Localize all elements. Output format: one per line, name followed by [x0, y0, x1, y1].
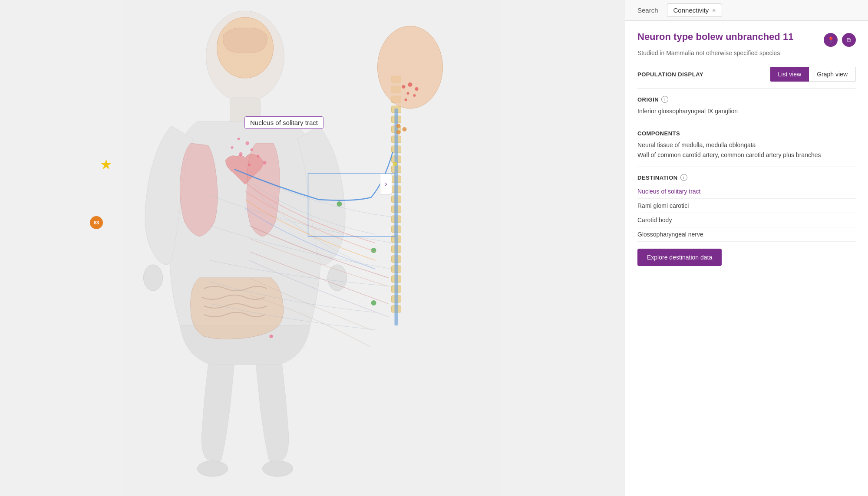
location-button[interactable]: 📍	[824, 33, 838, 47]
expand-panel-button[interactable]: ›	[380, 174, 392, 194]
anatomy-panel: Nucleus of solitary tract ★ 83 ›	[0, 0, 625, 496]
copy-button[interactable]: ⧉	[842, 33, 856, 47]
divider-3	[637, 167, 856, 167]
svg-point-48	[248, 164, 251, 166]
tab-connectivity[interactable]: Connectivity ×	[667, 3, 723, 17]
explore-destination-button[interactable]: Explore destination data	[637, 249, 722, 266]
svg-point-34	[402, 85, 406, 89]
star-marker: ★	[100, 156, 112, 173]
divider-1	[637, 89, 856, 89]
svg-point-46	[257, 155, 260, 158]
svg-point-42	[371, 300, 376, 305]
svg-point-3	[198, 461, 228, 476]
right-panel: Search Connectivity × Neuron type bolew …	[625, 0, 868, 496]
svg-point-35	[408, 82, 413, 87]
svg-point-33	[378, 26, 443, 108]
tabs-bar: Search Connectivity ×	[625, 0, 868, 21]
origin-value: Inferior glossopharyngeal IX ganglion	[637, 106, 856, 116]
destination-list: Nucleus of solitary tract Rami glomi car…	[637, 184, 856, 242]
destination-item-rami: Rami glomi carotici	[637, 199, 856, 213]
components-value-2: Wall of common carotid artery, common ca…	[637, 150, 856, 160]
destination-item-glosso: Glossopharyngeal nerve	[637, 227, 856, 242]
header-icons: 📍 ⧉	[824, 33, 856, 47]
origin-label: ORIGIN	[637, 96, 659, 103]
svg-point-55	[393, 162, 397, 166]
destination-item-nucleus: Nucleus of solitary tract	[637, 184, 856, 199]
origin-info-icon[interactable]: i	[661, 96, 668, 103]
species-text: Studied in Mammalia not otherwise specif…	[637, 49, 856, 56]
graph-view-button[interactable]: Graph view	[809, 67, 856, 82]
svg-point-49	[231, 146, 234, 149]
svg-point-37	[407, 92, 409, 95]
svg-point-5	[144, 265, 163, 291]
divider-2	[637, 123, 856, 123]
svg-point-43	[246, 141, 249, 145]
svg-point-39	[405, 99, 407, 101]
components-label: COMPONENTS	[637, 130, 680, 137]
svg-point-56	[270, 335, 273, 338]
svg-point-4	[263, 461, 293, 476]
count-badge: 83	[90, 216, 103, 229]
svg-point-44	[251, 148, 253, 151]
origin-section-header: ORIGIN i	[637, 96, 856, 103]
destination-info-icon[interactable]: i	[680, 174, 687, 181]
tab-close-button[interactable]: ×	[712, 7, 716, 14]
population-display-label: POPULATION DISPLAY	[637, 71, 703, 78]
svg-point-52	[396, 124, 401, 128]
list-view-button[interactable]: List view	[770, 67, 809, 82]
panel-content: Neuron type bolew unbranched 11 📍 ⧉ Stud…	[625, 21, 868, 496]
svg-point-6	[328, 265, 347, 291]
svg-point-47	[263, 161, 267, 164]
destination-section-header: DESTINATION i	[637, 174, 856, 181]
svg-point-53	[396, 130, 401, 135]
destination-label: DESTINATION	[637, 174, 678, 181]
neuron-title: Neuron type bolew unbranched 11	[637, 31, 824, 43]
view-buttons: List view Graph view	[770, 67, 856, 82]
tab-search[interactable]: Search	[632, 3, 663, 17]
components-value-1: Neural tissue of medulla, medulla oblong…	[637, 140, 856, 150]
panel-header: Neuron type bolew unbranched 11 📍 ⧉	[637, 31, 856, 47]
svg-point-40	[337, 201, 342, 207]
svg-point-54	[403, 127, 407, 131]
components-section-header: COMPONENTS	[637, 130, 856, 137]
tract-label: Nucleus of solitary tract	[244, 116, 323, 129]
destination-item-carotid: Carotid body	[637, 213, 856, 227]
svg-point-38	[413, 94, 416, 97]
svg-point-50	[238, 138, 240, 140]
svg-point-45	[239, 152, 243, 156]
connectivity-tab-label: Connectivity	[673, 7, 709, 14]
population-section: POPULATION DISPLAY List view Graph view	[637, 67, 856, 82]
svg-point-36	[415, 87, 419, 91]
